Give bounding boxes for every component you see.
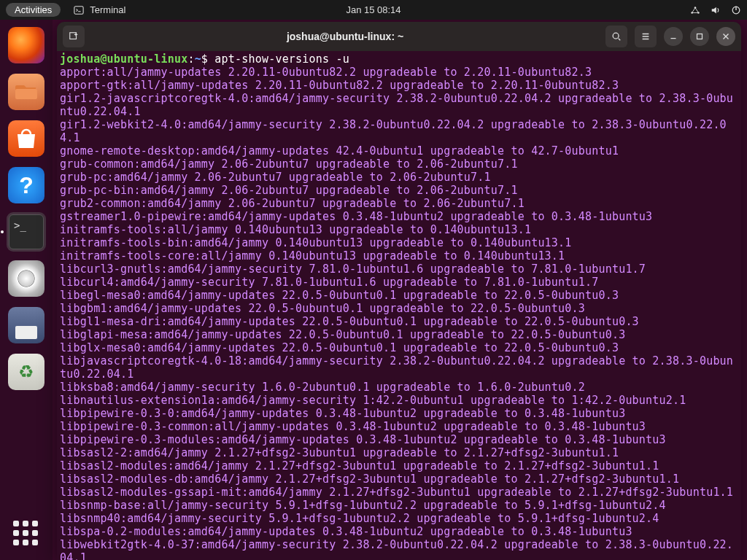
output-line: initramfs-tools-bin:amd64/jammy 0.140ubu… (60, 236, 738, 249)
svg-rect-9 (697, 34, 703, 39)
output-line: libpipewire-0.3-common:all/jammy-updates… (60, 420, 738, 433)
svg-rect-6 (15, 89, 37, 99)
output-line: gnome-remote-desktop:amd64/jammy-updates… (60, 144, 738, 158)
recycle-icon: ♻ (18, 362, 34, 382)
output-line: libegl-mesa0:amd64/jammy-updates 22.0.5-… (60, 289, 738, 302)
dock-app-firefox[interactable] (8, 27, 44, 63)
dock-app-files[interactable] (8, 74, 44, 110)
search-button[interactable] (605, 26, 627, 47)
output-line: libsasl2-2:amd64/jammy 2.1.27+dfsg2-3ubu… (60, 446, 738, 459)
output-line: libgl1-mesa-dri:amd64/jammy-updates 22.0… (60, 315, 738, 328)
current-app-indicator[interactable]: Terminal (74, 4, 125, 15)
terminal-small-icon (74, 5, 84, 15)
svg-rect-0 (74, 6, 83, 14)
terminal-icon: >_ (9, 214, 44, 249)
system-tray (690, 5, 741, 15)
dock-app-help[interactable]: ? (8, 167, 44, 203)
output-line: grub-common:amd64/jammy 2.06-2ubuntu7 up… (60, 158, 738, 171)
maximize-button[interactable] (690, 27, 709, 46)
output-line: libsasl2-modules-db:amd64/jammy 2.1.27+d… (60, 472, 738, 486)
hamburger-menu-button[interactable] (635, 26, 657, 47)
output-line: grub-pc-bin:amd64/jammy 2.06-2ubuntu7 up… (60, 184, 738, 197)
output-line: libwebkit2gtk-4.0-37:amd64/jammy-securit… (60, 538, 738, 560)
output-line: libsnmp40:amd64/jammy-security 5.9.1+dfs… (60, 512, 738, 525)
svg-rect-5 (735, 6, 736, 9)
output-line: apport-gtk:all/jammy-updates 2.20.11-0ub… (60, 79, 738, 92)
output-line: libjavascriptcoregtk-4.0-18:amd64/jammy-… (60, 354, 738, 381)
output-line: libsasl2-modules:amd64/jammy 2.1.27+dfsg… (60, 459, 738, 472)
new-tab-button[interactable] (63, 26, 85, 47)
output-line: gir1.2-javascriptcoregtk-4.0:amd64/jammy… (60, 92, 738, 118)
dock-app-terminal[interactable]: >_ (8, 214, 44, 250)
output-line: initramfs-tools-core:all/jammy 0.140ubun… (60, 249, 738, 262)
show-applications-button[interactable] (13, 521, 39, 547)
gnome-top-bar: Activities Terminal Jan 15 08:14 (0, 0, 747, 20)
activities-button[interactable]: Activities (6, 3, 61, 17)
volume-icon[interactable] (711, 5, 721, 15)
dock-app-disc[interactable] (8, 260, 44, 297)
power-icon[interactable] (731, 5, 741, 15)
dock-app-screenshot[interactable] (8, 307, 44, 343)
dock: ? >_ ♻ (0, 20, 53, 560)
output-line: libsnmp-base:all/jammy-security 5.9.1+df… (60, 499, 738, 512)
output-line: gir1.2-webkit2-4.0:amd64/jammy-security … (60, 118, 738, 144)
output-line: libksba8:amd64/jammy-security 1.6.0-2ubu… (60, 381, 738, 394)
new-tab-icon (69, 31, 79, 42)
folder-icon (15, 83, 37, 101)
hamburger-icon (640, 31, 651, 42)
output-line: libnautilus-extension1a:amd64/jammy-secu… (60, 394, 738, 407)
output-line: libglapi-mesa:amd64/jammy-updates 22.0.5… (60, 328, 738, 341)
output-line: libcurl3-gnutls:amd64/jammy-security 7.8… (60, 262, 738, 276)
output-line: grub2-common:amd64/jammy 2.06-2ubuntu7 u… (60, 197, 738, 210)
svg-point-8 (613, 33, 619, 39)
terminal-output[interactable]: joshua@ubuntu-linux:~$ apt-show-versions… (57, 51, 741, 560)
dock-app-trash[interactable]: ♻ (8, 354, 44, 390)
terminal-titlebar: joshua@ubuntu-linux: ~ (57, 22, 741, 51)
close-button[interactable] (716, 27, 735, 46)
window-title: joshua@ubuntu-linux: ~ (90, 31, 600, 42)
dock-app-software[interactable] (8, 120, 44, 157)
clock[interactable]: Jan 15 08:14 (346, 4, 400, 15)
prompt-line: joshua@ubuntu-linux:~$ apt-show-versions… (60, 52, 738, 66)
shopping-bag-icon (14, 128, 39, 149)
prompt-userhost: joshua@ubuntu-linux (60, 52, 187, 66)
maximize-icon (694, 31, 705, 42)
minimize-icon (668, 31, 678, 42)
output-line: libpipewire-0.3-modules:amd64/jammy-upda… (60, 433, 738, 446)
terminal-window: joshua@ubuntu-linux: ~ joshua@ubuntu-lin… (57, 22, 741, 560)
minimize-button[interactable] (664, 27, 683, 46)
output-line: apport:all/jammy-updates 2.20.11-0ubuntu… (60, 66, 738, 79)
network-icon[interactable] (690, 5, 700, 15)
search-icon (611, 31, 622, 42)
prompt-path: ~ (195, 52, 201, 66)
output-line: grub-pc:amd64/jammy 2.06-2ubuntu7 upgrad… (60, 171, 738, 184)
output-line: libpipewire-0.3-0:amd64/jammy-updates 0.… (60, 407, 738, 420)
svg-rect-7 (70, 33, 77, 39)
question-mark-icon: ? (19, 172, 34, 199)
current-app-label: Terminal (90, 4, 125, 15)
output-line: gstreamer1.0-pipewire:amd64/jammy-update… (60, 210, 738, 223)
output-line: libspa-0.2-modules:amd64/jammy-updates 0… (60, 525, 738, 538)
output-line: initramfs-tools:all/jammy 0.140ubuntu13 … (60, 223, 738, 236)
output-line: libcurl4:amd64/jammy-security 7.81.0-1ub… (60, 276, 738, 289)
output-line: libsasl2-modules-gssapi-mit:amd64/jammy … (60, 486, 738, 499)
output-line: libglx-mesa0:amd64/jammy-updates 22.0.5-… (60, 341, 738, 354)
prompt-command: apt-show-versions -u (214, 52, 349, 66)
close-icon (721, 31, 731, 42)
output-line: libgbm1:amd64/jammy-updates 22.0.5-0ubun… (60, 302, 738, 315)
